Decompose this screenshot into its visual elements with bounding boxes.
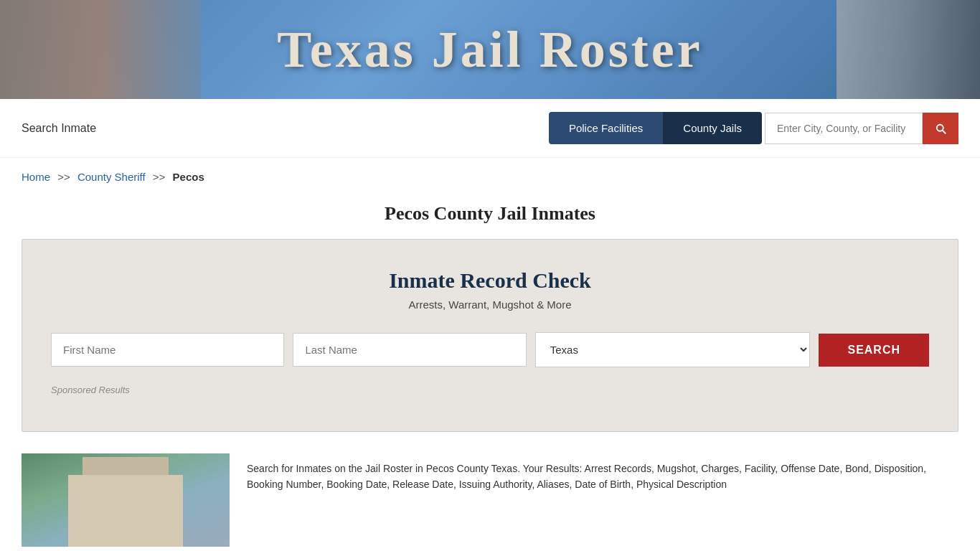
header-banner: Texas Jail Roster [0,0,980,99]
breadcrumb-current: Pecos [173,171,204,183]
breadcrumb-home[interactable]: Home [22,171,50,183]
first-name-input[interactable] [51,333,284,367]
nav-buttons: Police Facilities County Jails [549,112,762,144]
capitol-image [0,0,201,99]
search-inmate-label: Search Inmate [22,122,549,135]
page-title-wrap: Pecos County Jail Inmates [0,196,980,239]
page-title: Pecos County Jail Inmates [0,203,980,225]
search-icon [934,122,947,135]
inmate-search-form: AlabamaAlaskaArizonaArkansasCaliforniaCo… [51,332,929,367]
inmate-check-title: Inmate Record Check [51,268,929,293]
facility-search-wrap [765,113,958,144]
facility-search-input[interactable] [765,113,923,144]
bottom-section: Search for Inmates on the Jail Roster in… [0,453,980,547]
breadcrumb-sep1: >> [57,171,70,183]
police-facilities-button[interactable]: Police Facilities [549,112,663,144]
breadcrumb: Home >> County Sheriff >> Pecos [0,158,980,196]
breadcrumb-county-sheriff[interactable]: County Sheriff [77,171,146,183]
inmate-check-box: Inmate Record Check Arrests, Warrant, Mu… [22,239,958,432]
breadcrumb-sep2: >> [153,171,166,183]
facility-search-button[interactable] [923,113,958,144]
county-jails-button[interactable]: County Jails [663,112,762,144]
site-title: Texas Jail Roster [277,20,702,80]
inmate-check-subtitle: Arrests, Warrant, Mugshot & More [51,298,929,311]
building-body [68,475,183,547]
last-name-input[interactable] [293,333,526,367]
keys-image [837,0,980,99]
description-text: Search for Inmates on the Jail Roster in… [230,453,958,547]
nav-bar: Search Inmate Police Facilities County J… [0,99,980,158]
state-select[interactable]: AlabamaAlaskaArizonaArkansasCaliforniaCo… [535,332,811,367]
building-image [22,453,230,547]
sponsored-label: Sponsored Results [51,385,929,395]
inmate-search-button[interactable]: SEARCH [819,334,929,367]
